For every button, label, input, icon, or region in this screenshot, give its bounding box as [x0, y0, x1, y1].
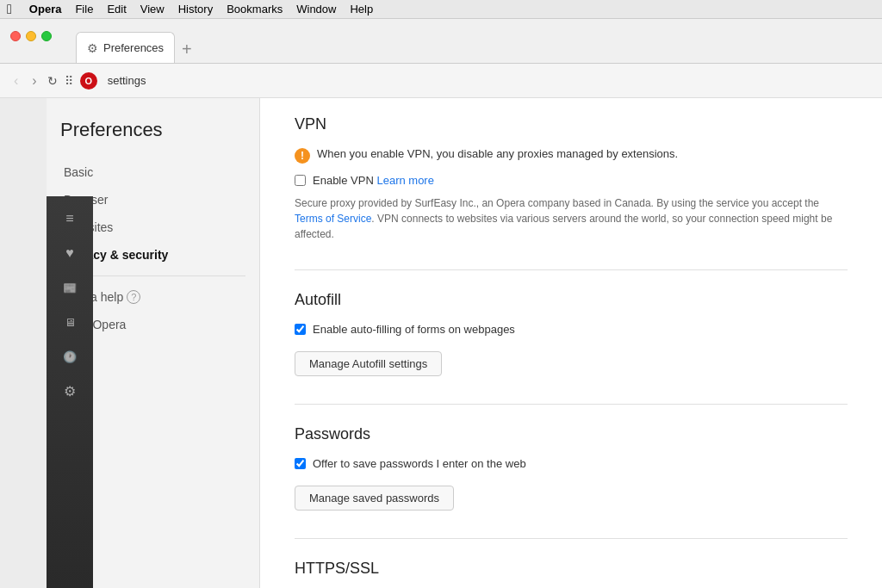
- section-divider-3: [295, 538, 848, 539]
- menu-opera[interactable]: Opera: [29, 3, 62, 15]
- tab-title: Preferences: [103, 41, 164, 54]
- https-section: HTTPS/SSL: [295, 560, 848, 578]
- titlebar: ⚙ Preferences +: [0, 19, 882, 64]
- section-divider-2: [295, 404, 848, 405]
- vpn-description: Secure proxy provided by SurfEasy Inc., …: [295, 195, 848, 242]
- sidebar-icon-screen[interactable]: 🖥: [54, 306, 85, 337]
- menu-edit[interactable]: Edit: [107, 3, 126, 15]
- toolbar: ‹ › ↻ ⠿ O settings: [0, 64, 882, 98]
- new-tab-button[interactable]: +: [175, 40, 199, 59]
- autofill-enable-checkbox[interactable]: [295, 324, 306, 335]
- tab-bar: ⚙ Preferences +: [76, 19, 199, 63]
- sidebar-icon-menu[interactable]: ≡: [54, 203, 85, 234]
- section-divider-1: [295, 269, 848, 270]
- vpn-warning-text: When you enable VPN, you disable any pro…: [317, 147, 678, 160]
- menu-help[interactable]: Help: [350, 3, 373, 15]
- help-icon: ?: [127, 290, 140, 304]
- back-button[interactable]: ‹: [10, 71, 22, 90]
- apple-menu[interactable]: : [7, 2, 12, 17]
- traffic-lights: [10, 31, 52, 41]
- terms-of-service-link[interactable]: Terms of Service: [295, 213, 371, 225]
- passwords-section: Passwords Offer to save passwords I ente…: [295, 425, 848, 511]
- sidebar-icon-clock[interactable]: 🕐: [54, 341, 85, 372]
- forward-button[interactable]: ›: [28, 71, 40, 90]
- menu-file[interactable]: File: [75, 3, 93, 15]
- sidebar-icon-news[interactable]: 📰: [54, 272, 85, 303]
- reload-button[interactable]: ↻: [47, 74, 58, 88]
- passwords-offer-checkbox[interactable]: [295, 458, 306, 469]
- nav-item-basic[interactable]: Basic: [60, 158, 245, 186]
- maximize-button[interactable]: [41, 31, 52, 41]
- nav-title: Preferences: [60, 119, 245, 141]
- menu-bookmarks[interactable]: Bookmarks: [227, 3, 283, 15]
- manage-autofill-button[interactable]: Manage Autofill settings: [295, 351, 442, 376]
- vpn-section: VPN ! When you enable VPN, you disable a…: [295, 115, 848, 242]
- passwords-title: Passwords: [295, 425, 848, 443]
- autofill-section: Autofill Enable auto-filling of forms on…: [295, 291, 848, 376]
- vpn-learn-more-link[interactable]: Learn more: [376, 174, 433, 187]
- tab-preferences[interactable]: ⚙ Preferences: [76, 32, 175, 63]
- vpn-warning: ! When you enable VPN, you disable any p…: [295, 147, 848, 164]
- menu-window[interactable]: Window: [296, 3, 336, 15]
- vpn-enable-label: Enable VPN Learn more: [313, 174, 434, 187]
- settings-content: VPN ! When you enable VPN, you disable a…: [260, 98, 882, 588]
- close-button[interactable]: [10, 31, 21, 41]
- minimize-button[interactable]: [26, 31, 36, 41]
- opera-logo: O: [80, 72, 97, 90]
- https-title: HTTPS/SSL: [295, 560, 848, 578]
- menubar:  Opera File Edit View History Bookmarks…: [0, 0, 882, 19]
- grid-button[interactable]: ⠿: [65, 74, 73, 88]
- menu-history[interactable]: History: [178, 3, 213, 15]
- manage-passwords-button[interactable]: Manage saved passwords: [295, 486, 454, 511]
- tab-settings-icon: ⚙: [87, 41, 98, 55]
- passwords-offer-label: Offer to save passwords I enter on the w…: [313, 457, 526, 470]
- sidebar-icon-settings[interactable]: ⚙: [54, 375, 85, 406]
- passwords-offer-row: Offer to save passwords I enter on the w…: [295, 457, 848, 470]
- warning-icon: !: [295, 148, 310, 164]
- content-area: ≡ ♥ 📰 🖥 🕐 ⚙ Preferences Basic Browser We…: [47, 98, 882, 588]
- autofill-title: Autofill: [295, 291, 848, 309]
- sidebar-icons: ≡ ♥ 📰 🖥 🕐 ⚙: [47, 196, 93, 588]
- vpn-enable-row: Enable VPN Learn more: [295, 174, 848, 187]
- vpn-enable-checkbox[interactable]: [295, 175, 306, 186]
- address-bar[interactable]: settings: [104, 74, 872, 87]
- sidebar-icon-heart[interactable]: ♥: [54, 238, 85, 269]
- autofill-enable-label: Enable auto-filling of forms on webpages: [313, 323, 515, 336]
- vpn-title: VPN: [295, 115, 848, 133]
- autofill-enable-row: Enable auto-filling of forms on webpages: [295, 323, 848, 336]
- menu-view[interactable]: View: [140, 3, 165, 15]
